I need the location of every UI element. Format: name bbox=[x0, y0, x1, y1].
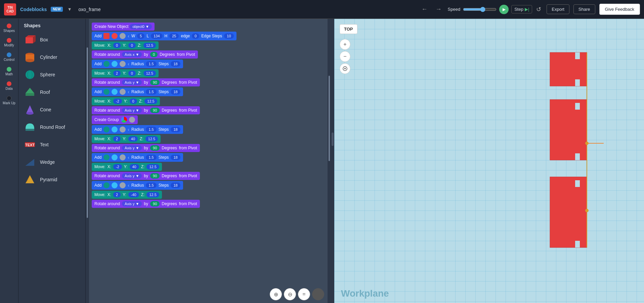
rotate-block-4[interactable]: Rotate around Axis y ▼ by 90 Degrees fro… bbox=[92, 144, 200, 152]
steps-value-5[interactable]: 18 bbox=[171, 183, 180, 188]
shape-item-round-roof[interactable]: Round Roof bbox=[18, 118, 85, 136]
y-value-3[interactable]: 0 bbox=[130, 99, 137, 104]
l-value-1[interactable]: 134 bbox=[151, 33, 162, 39]
play-button[interactable] bbox=[499, 5, 509, 14]
shape-item-roof[interactable]: Roof bbox=[18, 83, 85, 101]
x-value-3[interactable]: -2 bbox=[113, 99, 122, 104]
edge-steps-value-1[interactable]: 10 bbox=[224, 33, 233, 39]
steps-value-1[interactable]: 18 bbox=[171, 61, 180, 67]
rotate-degrees-3[interactable]: 90 bbox=[150, 108, 160, 113]
z-value-6[interactable]: 12.5 bbox=[146, 192, 159, 197]
x-value-4[interactable]: 2 bbox=[113, 136, 121, 142]
reset-button[interactable]: ↺ bbox=[535, 4, 543, 14]
add-block-4[interactable]: Add ‹ Radius 1.5 Steps 18 bbox=[92, 125, 183, 134]
rotate-block-2[interactable]: Rotate around Axis y ▼ by 90 Degrees fro… bbox=[92, 78, 200, 86]
zoom-out-btn[interactable]: − bbox=[340, 51, 350, 62]
reset-view-btn[interactable] bbox=[340, 63, 350, 74]
add-block-3[interactable]: Add ‹ Radius 1.5 Steps 18 bbox=[92, 87, 183, 96]
z-value-2[interactable]: 12.5 bbox=[143, 71, 156, 76]
add-block-6[interactable]: Add ‹ Radius 1.5 Steps 18 bbox=[92, 181, 183, 190]
y-value-4[interactable]: 40 bbox=[128, 136, 138, 142]
rotate-block-3[interactable]: Rotate around Axis y ▼ by 90 Degrees fro… bbox=[92, 106, 200, 114]
axis-pill-3[interactable]: Axis y ▼ bbox=[122, 108, 142, 113]
sidebar-item-data[interactable]: Data bbox=[4, 79, 14, 92]
viewport[interactable]: TOP + − bbox=[334, 19, 644, 303]
object-name-pill[interactable]: object0 ▼ bbox=[130, 24, 152, 29]
move-block-3[interactable]: Move: X: -2 Y: 0 Z: 12.5 bbox=[92, 97, 160, 105]
z-value-1[interactable]: 12.5 bbox=[143, 43, 156, 48]
x-value-6[interactable]: 2 bbox=[113, 192, 121, 197]
edge-value-1[interactable]: 0 bbox=[192, 33, 199, 39]
steps-value-4[interactable]: 18 bbox=[171, 155, 180, 160]
move-block-5[interactable]: Move: X: -2 Y: 40 Z: 12.5 bbox=[92, 163, 162, 171]
codeblocks-link[interactable]: Codeblocks bbox=[20, 7, 47, 12]
x-value-2[interactable]: 2 bbox=[113, 71, 121, 76]
rotate-block-1[interactable]: Rotate around Axis x ▼ by 0 Degrees from… bbox=[92, 50, 198, 59]
panel-scrollbar[interactable] bbox=[87, 47, 88, 218]
give-feedback-button[interactable]: Give Feedback bbox=[599, 4, 640, 15]
steps-value-2[interactable]: 18 bbox=[171, 89, 180, 94]
shape-item-cone[interactable]: Cone bbox=[18, 101, 85, 118]
create-group-block[interactable]: Create Group bbox=[92, 115, 138, 124]
canvas-zoom-in-btn[interactable]: ⊕ bbox=[270, 288, 282, 300]
shape-item-text[interactable]: TEXT Text bbox=[18, 136, 85, 153]
dropdown-arrow-icon[interactable]: ▼ bbox=[68, 7, 72, 12]
z-value-5[interactable]: 12.5 bbox=[146, 164, 159, 169]
move-block-4[interactable]: Move: X: 2 Y: 40 Z: 12.5 bbox=[92, 135, 161, 143]
y-value-5[interactable]: 40 bbox=[130, 164, 139, 169]
rotate-degrees-5[interactable]: 90 bbox=[150, 173, 160, 179]
x-value-5[interactable]: -2 bbox=[113, 164, 122, 169]
create-object-block[interactable]: Create New Object object0 ▼ bbox=[92, 23, 155, 31]
canvas-zoom-out-btn[interactable]: ⊖ bbox=[284, 288, 296, 300]
undo-button[interactable]: ← bbox=[420, 4, 430, 14]
shape-item-cylinder[interactable]: Cylinder bbox=[18, 48, 85, 66]
radius-value-1[interactable]: 1.5 bbox=[146, 61, 156, 67]
speed-slider[interactable] bbox=[463, 7, 497, 12]
sidebar-item-math[interactable]: Math bbox=[4, 65, 14, 78]
rotate-block-6[interactable]: Rotate around Axis y ▼ by 90 Degrees fro… bbox=[92, 200, 200, 208]
canvas-trash-btn[interactable]: 🗑 bbox=[312, 288, 324, 300]
z-value-4[interactable]: 12.5 bbox=[145, 136, 158, 142]
radius-value-3[interactable]: 1.5 bbox=[146, 127, 156, 132]
export-button[interactable]: Export bbox=[547, 4, 569, 14]
axis-pill-6[interactable]: Axis y ▼ bbox=[122, 201, 142, 206]
shape-item-wedge[interactable]: Wedge bbox=[18, 153, 85, 171]
shape-item-box[interactable]: Box bbox=[18, 31, 85, 48]
code-scrollbar-thumb[interactable] bbox=[329, 76, 330, 161]
zoom-in-btn[interactable]: + bbox=[340, 39, 350, 50]
add-block-1[interactable]: Add ‹ W 5 L 134 H 25 edge 0 Edge Steps 1… bbox=[92, 32, 237, 40]
step-section[interactable]: Step ▶| bbox=[511, 5, 532, 13]
radius-value-2[interactable]: 1.5 bbox=[146, 89, 156, 94]
x-value-1[interactable]: 0 bbox=[113, 43, 121, 48]
add-block-5[interactable]: Add ‹ Radius 1.5 Steps 18 bbox=[92, 153, 183, 162]
axis-pill-5[interactable]: Axis y ▼ bbox=[122, 173, 142, 179]
share-button[interactable]: Share bbox=[573, 4, 595, 14]
y-value-6[interactable]: -40 bbox=[128, 192, 139, 197]
w-value-1[interactable]: 5 bbox=[137, 33, 144, 39]
project-name[interactable]: oxo_frame bbox=[79, 7, 101, 12]
rotate-degrees-6[interactable]: 90 bbox=[150, 201, 160, 206]
move-block-1[interactable]: Move: X: 0 Y: 0 Z: 12.5 bbox=[92, 41, 159, 49]
move-block-2[interactable]: Move: X: 2 Y: 0 Z: 12.5 bbox=[92, 69, 159, 77]
sidebar-item-control[interactable]: Control bbox=[2, 50, 16, 64]
radius-value-4[interactable]: 1.5 bbox=[146, 155, 156, 160]
y-value-2[interactable]: 0 bbox=[128, 71, 136, 76]
add-block-2[interactable]: Add ‹ Radius 1.5 Steps 18 bbox=[92, 60, 183, 68]
y-value-1[interactable]: 0 bbox=[128, 43, 136, 48]
redo-button[interactable]: → bbox=[434, 4, 444, 14]
rotate-degrees-2[interactable]: 90 bbox=[150, 80, 160, 85]
rotate-degrees-4[interactable]: 90 bbox=[150, 145, 160, 151]
radius-value-5[interactable]: 1.5 bbox=[146, 183, 156, 188]
h-value-1[interactable]: 25 bbox=[169, 33, 179, 39]
sidebar-item-shapes[interactable]: Shapes bbox=[2, 22, 16, 35]
axis-pill-2[interactable]: Axis y ▼ bbox=[122, 80, 142, 85]
move-block-6[interactable]: Move: X: 2 Y: -40 Z: 12.5 bbox=[92, 191, 162, 199]
sidebar-item-markup[interactable]: Mark Up bbox=[1, 94, 17, 107]
rotate-block-5[interactable]: Rotate around Axis y ▼ by 90 Degrees fro… bbox=[92, 172, 200, 180]
shape-item-sphere[interactable]: Sphere bbox=[18, 66, 85, 83]
z-value-3[interactable]: 12.5 bbox=[144, 99, 157, 104]
steps-value-3[interactable]: 18 bbox=[171, 127, 180, 132]
rotate-degrees-1[interactable]: 0 bbox=[150, 52, 158, 57]
canvas-fit-btn[interactable]: = bbox=[298, 288, 310, 300]
shape-item-pyramid[interactable]: Pyramid bbox=[18, 171, 85, 188]
